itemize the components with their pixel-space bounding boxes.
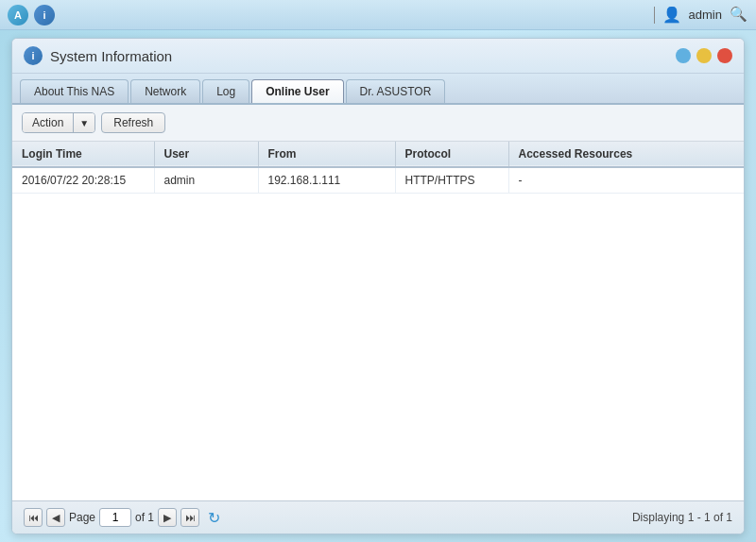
app-logo-icon[interactable]: A bbox=[8, 5, 28, 25]
table-container: Login Time User From Protocol Accessed R… bbox=[12, 142, 744, 500]
username-label: admin bbox=[689, 8, 722, 22]
pagination-controls: ⏮ ◀ Page of 1 ▶ ⏭ ↻ bbox=[24, 507, 224, 528]
top-bar-right: 👤 admin 🔍 bbox=[654, 6, 748, 25]
action-button[interactable]: Action bbox=[23, 113, 74, 132]
col-header-user: User bbox=[154, 142, 258, 167]
prev-page-button[interactable]: ◀ bbox=[46, 508, 65, 527]
cell-accessed-resources: - bbox=[508, 167, 744, 194]
refresh-button[interactable]: Refresh bbox=[101, 112, 165, 133]
system-information-window: i System Information About This NAS Netw… bbox=[11, 38, 745, 534]
footer-pagination-bar: ⏮ ◀ Page of 1 ▶ ⏭ ↻ Displaying 1 - 1 of … bbox=[12, 500, 744, 534]
tab-log[interactable]: Log bbox=[202, 79, 249, 103]
first-page-button[interactable]: ⏮ bbox=[24, 508, 43, 527]
tab-online-user[interactable]: Online User bbox=[251, 79, 343, 103]
user-icon: 👤 bbox=[662, 6, 681, 24]
pagination-refresh-button[interactable]: ↻ bbox=[203, 507, 224, 528]
divider bbox=[654, 7, 655, 24]
top-bar-left: A i bbox=[8, 5, 55, 25]
window-title-bar: i System Information bbox=[12, 39, 744, 74]
of-label: of 1 bbox=[135, 511, 154, 524]
cell-user: admin bbox=[154, 167, 258, 194]
table-header-row: Login Time User From Protocol Accessed R… bbox=[12, 142, 744, 167]
col-header-login-time: Login Time bbox=[12, 142, 154, 167]
top-bar: A i 👤 admin 🔍 bbox=[0, 0, 756, 30]
tab-dr-asustor[interactable]: Dr. ASUSTOR bbox=[346, 79, 446, 103]
window-title: System Information bbox=[50, 48, 172, 64]
next-page-button[interactable]: ▶ bbox=[158, 508, 177, 527]
table-row: 2016/07/22 20:28:15 admin 192.168.1.111 … bbox=[12, 167, 744, 194]
col-header-accessed-resources: Accessed Resources bbox=[508, 142, 744, 167]
action-button-group: Action ▼ bbox=[22, 112, 95, 133]
window-title-left: i System Information bbox=[24, 46, 172, 65]
col-header-protocol: Protocol bbox=[395, 142, 508, 167]
search-icon[interactable]: 🔍 bbox=[730, 6, 748, 25]
window-controls bbox=[676, 48, 732, 63]
window-info-icon: i bbox=[24, 46, 43, 65]
last-page-button[interactable]: ⏭ bbox=[180, 508, 199, 527]
page-label: Page bbox=[69, 511, 95, 524]
close-button[interactable] bbox=[717, 48, 732, 63]
cell-login-time: 2016/07/22 20:28:15 bbox=[12, 167, 154, 194]
cell-from: 192.168.1.111 bbox=[258, 167, 395, 194]
top-info-icon[interactable]: i bbox=[34, 5, 55, 25]
page-number-input[interactable] bbox=[99, 508, 131, 527]
col-header-from: From bbox=[258, 142, 395, 167]
toolbar: Action ▼ Refresh bbox=[12, 105, 744, 142]
tab-about-this-nas[interactable]: About This NAS bbox=[20, 79, 129, 103]
action-dropdown-arrow[interactable]: ▼ bbox=[74, 113, 94, 132]
help-button[interactable] bbox=[676, 48, 691, 63]
online-users-table: Login Time User From Protocol Accessed R… bbox=[12, 142, 744, 194]
minimize-button[interactable] bbox=[696, 48, 712, 63]
displaying-info: Displaying 1 - 1 of 1 bbox=[632, 511, 732, 524]
tab-network[interactable]: Network bbox=[130, 79, 200, 103]
cell-protocol: HTTP/HTTPS bbox=[395, 167, 508, 194]
tabs-bar: About This NAS Network Log Online User D… bbox=[12, 74, 744, 105]
